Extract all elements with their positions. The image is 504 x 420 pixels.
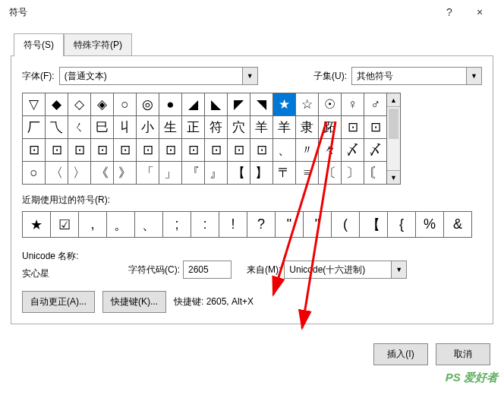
- scroll-down-icon[interactable]: ▼: [387, 170, 400, 184]
- from-input[interactable]: [285, 261, 391, 278]
- char-code-input[interactable]: [184, 261, 231, 278]
- recent-symbol-cell[interactable]: ★: [23, 212, 51, 238]
- symbol-grid[interactable]: ▽◆◇◈○◎●◢◣◤◥★☆☉♀♂厂乁ㄑ巳丩小生正符穴羊羊隶跖⊡⊡⊡⊡⊡⊡⊡⊡⊡⊡…: [22, 93, 387, 185]
- symbol-cell[interactable]: 羊: [250, 116, 273, 139]
- symbol-cell[interactable]: 穴: [228, 116, 250, 139]
- symbol-cell[interactable]: ◆: [46, 93, 68, 116]
- symbol-cell[interactable]: 〘: [364, 162, 387, 185]
- symbol-cell[interactable]: 〉: [68, 162, 91, 185]
- scroll-thumb[interactable]: [389, 109, 398, 139]
- recent-symbol-cell[interactable]: 、: [135, 212, 163, 238]
- recent-symbol-cell[interactable]: :: [191, 212, 219, 238]
- symbol-cell[interactable]: 》: [114, 162, 137, 185]
- symbol-cell[interactable]: 、: [273, 139, 296, 162]
- symbol-cell[interactable]: 々: [319, 139, 342, 162]
- symbol-cell[interactable]: ⊡: [182, 139, 205, 162]
- symbol-cell[interactable]: 巳: [91, 116, 114, 139]
- symbol-cell[interactable]: ⊡: [68, 139, 91, 162]
- symbol-cell[interactable]: ○: [114, 93, 137, 116]
- insert-button[interactable]: 插入(I): [373, 343, 428, 365]
- recent-symbol-cell[interactable]: ☑: [51, 212, 79, 238]
- symbol-cell[interactable]: 乁: [46, 116, 68, 139]
- symbol-cell[interactable]: ▽: [23, 93, 46, 116]
- from-combo[interactable]: ▼: [284, 261, 407, 279]
- close-button[interactable]: ×: [465, 6, 495, 18]
- symbol-cell[interactable]: ⊡: [250, 139, 273, 162]
- recent-symbol-cell[interactable]: ;: [163, 212, 191, 238]
- symbol-cell[interactable]: 〒: [273, 162, 296, 185]
- help-button[interactable]: ?: [434, 6, 465, 18]
- recent-symbol-cell[interactable]: ": [304, 212, 332, 238]
- symbol-cell[interactable]: 〈: [46, 162, 68, 185]
- shortcut-key-button[interactable]: 快捷键(K)...: [102, 291, 166, 313]
- symbol-cell[interactable]: 丩: [114, 116, 137, 139]
- symbol-cell[interactable]: 羊: [273, 116, 296, 139]
- symbol-cell[interactable]: 正: [182, 116, 205, 139]
- symbol-cell[interactable]: ◇: [68, 93, 91, 116]
- symbol-cell[interactable]: ◈: [91, 93, 114, 116]
- symbol-cell[interactable]: 「: [137, 162, 159, 185]
- recent-symbol-cell[interactable]: &: [444, 212, 472, 238]
- symbol-cell[interactable]: ●: [159, 93, 182, 116]
- chevron-down-icon[interactable]: ▼: [391, 261, 406, 278]
- symbol-cell[interactable]: ☆: [296, 93, 319, 116]
- symbol-cell[interactable]: ◎: [137, 93, 159, 116]
- symbol-cell[interactable]: 跖: [319, 116, 342, 139]
- recent-symbol-cell[interactable]: (: [332, 212, 360, 238]
- symbol-cell[interactable]: 厂: [23, 116, 46, 139]
- scroll-up-icon[interactable]: ▲: [387, 93, 400, 107]
- symbol-cell[interactable]: ⊡: [137, 139, 159, 162]
- recent-symbol-cell[interactable]: 【: [360, 212, 388, 238]
- chevron-down-icon[interactable]: ▼: [466, 68, 481, 84]
- symbol-cell[interactable]: ★: [273, 93, 296, 116]
- symbol-cell[interactable]: 〔: [319, 162, 342, 185]
- symbol-cell[interactable]: 〆: [364, 139, 387, 162]
- symbol-cell[interactable]: ◢: [182, 93, 205, 116]
- symbol-cell[interactable]: ⊡: [159, 139, 182, 162]
- cancel-button[interactable]: 取消: [436, 343, 490, 365]
- symbol-cell[interactable]: 』: [205, 162, 228, 185]
- symbol-cell[interactable]: 〕: [342, 162, 364, 185]
- symbol-cell[interactable]: 『: [182, 162, 205, 185]
- symbol-cell[interactable]: 〆: [342, 139, 364, 162]
- symbol-cell[interactable]: 生: [159, 116, 182, 139]
- symbol-cell[interactable]: 《: [91, 162, 114, 185]
- recent-symbol-cell[interactable]: ,: [79, 212, 107, 238]
- recent-symbol-cell[interactable]: ?: [247, 212, 276, 238]
- symbol-cell[interactable]: 】: [250, 162, 273, 185]
- recent-symbol-cell[interactable]: 。: [107, 212, 135, 238]
- symbol-cell[interactable]: ○: [23, 162, 46, 185]
- recent-symbol-cell[interactable]: ": [276, 212, 304, 238]
- symbol-cell[interactable]: 〃: [296, 139, 319, 162]
- symbol-cell[interactable]: ⊡: [114, 139, 137, 162]
- symbol-cell[interactable]: 」: [159, 162, 182, 185]
- scrollbar[interactable]: ▲ ▼: [387, 93, 401, 185]
- symbol-cell[interactable]: ⊡: [23, 139, 46, 162]
- symbol-cell[interactable]: ◥: [250, 93, 273, 116]
- symbol-cell[interactable]: 隶: [296, 116, 319, 139]
- tab-special-chars[interactable]: 特殊字符(P): [64, 33, 132, 56]
- symbol-cell[interactable]: ㄑ: [68, 116, 91, 139]
- symbol-cell[interactable]: 符: [205, 116, 228, 139]
- font-input[interactable]: [60, 68, 242, 84]
- symbol-cell[interactable]: ☉: [319, 93, 342, 116]
- recent-symbol-cell[interactable]: !: [219, 212, 247, 238]
- recent-grid[interactable]: ★☑,。、;:!?""(【{%&: [22, 211, 472, 238]
- symbol-cell[interactable]: 【: [228, 162, 250, 185]
- recent-symbol-cell[interactable]: {: [388, 212, 416, 238]
- symbol-cell[interactable]: ⊡: [91, 139, 114, 162]
- symbol-cell[interactable]: ⊡: [228, 139, 250, 162]
- subset-combo[interactable]: ▼: [351, 67, 482, 85]
- subset-input[interactable]: [352, 68, 466, 84]
- symbol-cell[interactable]: ◣: [205, 93, 228, 116]
- symbol-cell[interactable]: ⊡: [364, 116, 387, 139]
- tab-symbols[interactable]: 符号(S): [14, 33, 64, 56]
- chevron-down-icon[interactable]: ▼: [242, 68, 257, 84]
- symbol-cell[interactable]: 小: [137, 116, 159, 139]
- autocorrect-button[interactable]: 自动更正(A)...: [22, 291, 95, 313]
- font-combo[interactable]: ▼: [59, 67, 258, 85]
- symbol-cell[interactable]: ⊡: [205, 139, 228, 162]
- symbol-cell[interactable]: ⊡: [46, 139, 68, 162]
- symbol-cell[interactable]: ≡: [296, 162, 319, 185]
- symbol-cell[interactable]: ⊡: [342, 116, 364, 139]
